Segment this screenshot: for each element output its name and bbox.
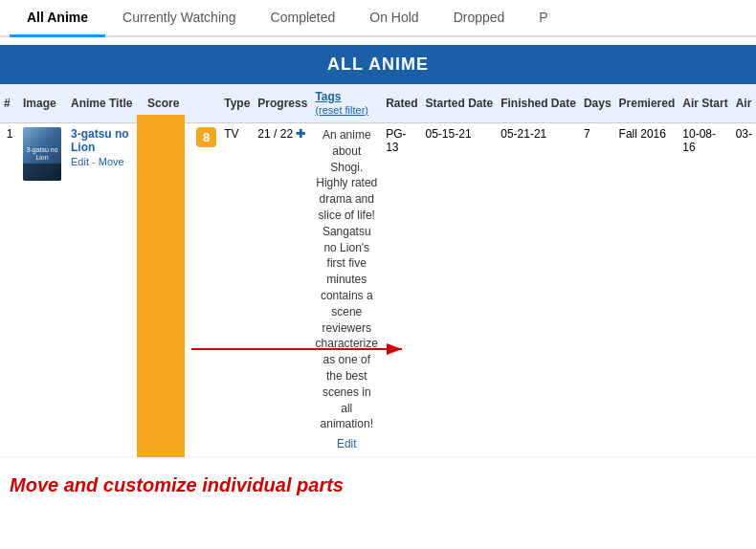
section-header: ALL ANIME: [0, 45, 756, 84]
row-air-start: 10-08-16: [678, 123, 731, 457]
row-finished: 05-21-21: [497, 123, 580, 457]
row-num: 1: [0, 123, 19, 457]
row-rated: PG-13: [382, 123, 421, 457]
col-header-days: Days: [580, 84, 615, 123]
col-header-premiered: Premiered: [615, 84, 679, 123]
anime-title-link[interactable]: 3-gatsu no Lion: [71, 127, 129, 154]
row-started: 05-15-21: [422, 123, 498, 457]
add-progress-icon[interactable]: ✚: [296, 127, 305, 141]
move-link[interactable]: Move: [99, 156, 124, 167]
table-row: 1 3-gatsu no Lion 3-gatsu no Lion Edit -…: [0, 123, 756, 457]
tab-completed[interactable]: Completed: [254, 0, 353, 35]
tab-currently-watching[interactable]: Currently Watching: [105, 0, 254, 35]
col-header-air: Air: [732, 84, 756, 123]
edit-move-links: Edit - Move: [71, 156, 140, 167]
col-header-image: Image: [19, 84, 67, 123]
row-premiered: Fall 2016: [615, 123, 679, 457]
row-air-end: 03-: [732, 123, 756, 457]
bottom-caption: Move and customize individual parts: [0, 457, 756, 506]
col-header-finished: Finished Date: [497, 84, 580, 123]
anime-thumbnail: 3-gatsu no Lion: [23, 127, 61, 181]
anime-list-table: # Image Anime Title Score Type Progress …: [0, 84, 756, 457]
row-progress: 21 / 22 ✚: [254, 123, 311, 457]
edit-link[interactable]: Edit: [71, 156, 89, 167]
tab-plan[interactable]: P: [522, 0, 565, 35]
tab-all-anime[interactable]: All Anime: [10, 0, 105, 37]
col-header-air-start: Air Start: [678, 84, 731, 123]
draggable-column-handle[interactable]: [137, 115, 185, 457]
col-header-tags[interactable]: Tags (reset filter): [311, 84, 382, 123]
tags-edit-link[interactable]: Edit: [315, 436, 378, 452]
col-header-title: Anime Title: [67, 84, 144, 123]
table-header-row: # Image Anime Title Score Type Progress …: [0, 84, 756, 123]
anime-table-wrapper: # Image Anime Title Score Type Progress …: [0, 84, 756, 457]
row-days: 7: [580, 123, 615, 457]
col-header-progress: Progress: [254, 84, 311, 123]
row-image: 3-gatsu no Lion: [19, 123, 67, 457]
score-badge: 8: [196, 127, 216, 147]
col-header-type: Type: [220, 84, 254, 123]
tab-bar: All Anime Currently Watching Completed O…: [0, 0, 756, 37]
row-type: TV: [220, 123, 254, 457]
col-header-rated: Rated: [382, 84, 421, 123]
col-header-started: Started Date: [422, 84, 498, 123]
tab-on-hold[interactable]: On Hold: [352, 0, 435, 35]
tab-dropped[interactable]: Dropped: [436, 0, 523, 35]
row-tags: An anime about Shogi. Highly rated drama…: [311, 123, 382, 457]
col-header-num: #: [0, 84, 19, 123]
row-title-cell: 3-gatsu no Lion Edit - Move: [67, 123, 144, 457]
